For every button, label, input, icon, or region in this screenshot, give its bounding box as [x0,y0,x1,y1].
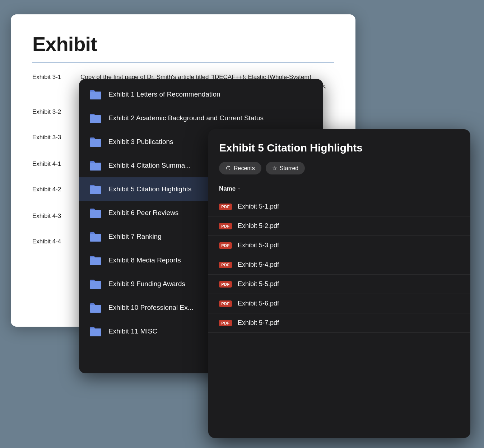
file-name-3: Exhibit 5-3.pdf [238,242,279,249]
doc-entry-num-3: Exhibit 3-3 [32,133,72,152]
file-name-6: Exhibit 5-6.pdf [238,300,279,307]
folder-icon-2 [89,113,102,123]
doc-title: Exhibit [32,32,334,56]
file-name-2: Exhibit 5-2.pdf [238,222,279,230]
pdf-badge-2: PDF [219,223,232,229]
folder-icon-3 [89,136,102,147]
folder-item-label-6: Exhibit 6 Peer Reviews [108,209,178,217]
folder-item-label-1: Exhibit 1 Letters of Recommendation [108,90,220,98]
file-panel: Exhibit 5 Citation Highlights ⏱ Recents … [208,129,470,438]
filter-row: ⏱ Recents ☆ Starred [208,162,470,182]
folder-icon-10 [89,302,102,313]
folder-icon-8 [89,255,102,266]
folder-item-label-4: Exhibit 4 Citation Summa... [108,162,191,169]
file-name-5: Exhibit 5-5.pdf [238,280,279,288]
folder-item-label-9: Exhibit 9 Funding Awards [108,280,185,288]
doc-entry-num-4: Exhibit 4-1 [32,159,72,178]
col-name-label: Name [219,185,236,192]
folder-item-label-7: Exhibit 7 Ranking [108,233,162,241]
doc-entry-num-7: Exhibit 4-4 [32,237,72,255]
pdf-badge-7: PDF [219,320,232,326]
folder-item-1[interactable]: Exhibit 1 Letters of Recommendation [79,83,323,106]
folder-item-label-3: Exhibit 3 Publications [108,138,173,146]
filter-recents-label: Recents [234,165,255,172]
pdf-badge-3: PDF [219,242,232,249]
folder-item-2[interactable]: Exhibit 2 Academic Background and Curren… [79,106,323,130]
folder-icon-5 [89,184,102,195]
folder-icon-1 [89,89,102,100]
filter-recents-button[interactable]: ⏱ Recents [219,162,261,174]
doc-entry-num-2: Exhibit 3-2 [32,107,72,126]
file-item-2[interactable]: PDF Exhibit 5-2.pdf [208,216,470,236]
column-header[interactable]: Name ↑ [208,182,470,197]
folder-item-label-5: Exhibit 5 Citation Highlights [108,185,191,193]
pdf-badge-1: PDF [219,204,232,210]
folder-item-label-2: Exhibit 2 Academic Background and Curren… [108,114,264,122]
clock-icon: ⏱ [225,165,231,172]
file-item-6[interactable]: PDF Exhibit 5-6.pdf [208,294,470,313]
doc-entry-num-5: Exhibit 4-2 [32,185,72,204]
file-name-4: Exhibit 5-4.pdf [238,261,279,269]
doc-entry-num-6: Exhibit 4-3 [32,211,72,230]
file-item-1[interactable]: PDF Exhibit 5-1.pdf [208,197,470,216]
folder-item-label-8: Exhibit 8 Media Reports [108,256,181,264]
pdf-badge-6: PDF [219,300,232,307]
folder-item-label-10: Exhibit 10 Professional Ex... [108,304,194,312]
file-item-4[interactable]: PDF Exhibit 5-4.pdf [208,255,470,275]
folder-item-label-11: Exhibit 11 MISC [108,327,157,335]
filter-starred-label: Starred [280,165,298,172]
file-item-7[interactable]: PDF Exhibit 5-7.pdf [208,313,470,333]
pdf-badge-5: PDF [219,281,232,288]
filter-starred-button[interactable]: ☆ Starred [266,162,305,174]
folder-icon-7 [89,231,102,242]
file-name-1: Exhibit 5-1.pdf [238,203,279,210]
file-panel-title: Exhibit 5 Citation Highlights [208,129,470,162]
folder-icon-4 [89,160,102,171]
file-item-3[interactable]: PDF Exhibit 5-3.pdf [208,236,470,255]
file-list: PDF Exhibit 5-1.pdf PDF Exhibit 5-2.pdf … [208,197,470,333]
file-item-5[interactable]: PDF Exhibit 5-5.pdf [208,275,470,294]
pdf-badge-4: PDF [219,262,232,268]
star-icon: ☆ [272,165,277,172]
folder-icon-11 [89,326,102,337]
doc-divider [32,62,334,62]
sort-arrow-icon: ↑ [238,186,240,192]
folder-icon-6 [89,207,102,218]
doc-entry-num-1: Exhibit 3-1 [32,73,72,100]
file-name-7: Exhibit 5-7.pdf [238,319,279,327]
folder-icon-9 [89,279,102,289]
